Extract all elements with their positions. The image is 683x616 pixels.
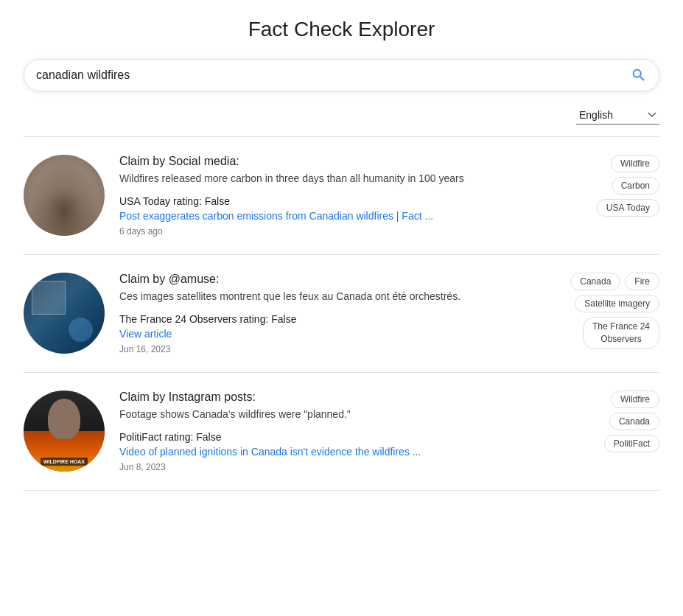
tag[interactable]: Satellite imagery [575, 295, 659, 312]
timestamp: Jun 16, 2023 [119, 344, 170, 354]
claim-by-label: Claim by Instagram posts: [119, 391, 256, 403]
article-link[interactable]: Video of planned ignitions in Canada isn… [119, 446, 542, 458]
rater-name: The France 24 Observers [119, 313, 237, 325]
result-thumbnail [24, 391, 105, 472]
tag[interactable]: The France 24Observers [583, 317, 659, 349]
result-content: Claim by Instagram posts: Footage shows … [119, 391, 542, 472]
tags-row-1: Canada Fire [570, 273, 659, 290]
claim-by: Claim by Social media: [119, 155, 542, 168]
rating-value: False [205, 195, 230, 207]
rater-name: PolitiFact [119, 431, 162, 443]
rating-value: False [196, 431, 221, 443]
page-title: Fact Check Explorer [24, 18, 659, 41]
tags-row-3: The France 24Observers [583, 317, 659, 349]
search-input[interactable] [36, 69, 631, 82]
tags-row-2: Carbon [612, 177, 659, 195]
result-thumbnail [24, 155, 105, 236]
claim-text: Wildfires released more carbon in three … [119, 171, 542, 186]
result-card: Claim by Instagram posts: Footage shows … [24, 373, 659, 491]
tag[interactable]: USA Today [597, 199, 659, 217]
claim-by: Claim by @amuse: [119, 273, 542, 286]
result-card: Claim by @amuse: Ces images satellites m… [24, 255, 659, 373]
tags-row-3: PolitiFact [604, 435, 659, 452]
search-icon [631, 67, 647, 83]
page-container: Fact Check Explorer English French Germa… [0, 0, 683, 508]
tags-row-1: Wildfire [611, 155, 659, 172]
rating-value: False [271, 313, 296, 325]
claim-by: Claim by Instagram posts: [119, 391, 542, 404]
tags-column: Wildfire Carbon USA Today [556, 155, 659, 217]
result-thumbnail [24, 273, 105, 354]
tags-row-2: Canada [609, 413, 659, 430]
tags-column: Canada Fire Satellite imagery The France… [556, 273, 659, 349]
rater-name: USA Today [119, 195, 170, 207]
article-link[interactable]: View article [119, 328, 542, 340]
tag[interactable]: PolitiFact [604, 435, 659, 452]
tag[interactable]: Canada [570, 273, 620, 290]
tag[interactable]: Wildfire [611, 155, 659, 172]
rating-row: PolitiFact rating: False [119, 431, 542, 443]
tag[interactable]: Canada [609, 413, 659, 430]
tag[interactable]: Wildfire [611, 391, 659, 408]
claim-text: Ces images satellites montrent que les f… [119, 289, 542, 304]
tag[interactable]: Fire [625, 273, 659, 290]
claim-text: Footage shows Canada's wildfires were "p… [119, 407, 542, 422]
timestamp: 6 days ago [119, 226, 163, 237]
result-content: Claim by @amuse: Ces images satellites m… [119, 273, 542, 354]
language-select[interactable]: English French German Spanish All langua… [576, 106, 659, 125]
language-filter-row: English French German Spanish All langua… [24, 106, 659, 125]
result-card: Claim by Social media: Wildfires release… [24, 137, 659, 255]
rating-row: USA Today rating: False [119, 195, 542, 207]
search-bar [24, 59, 659, 91]
rating-row: The France 24 Observers rating: False [119, 313, 542, 325]
tags-column: Wildfire Canada PolitiFact [556, 391, 659, 452]
tags-row-2: Satellite imagery [575, 295, 659, 312]
claim-by-label: Claim by @amuse: [119, 273, 219, 285]
tags-row-3: USA Today [597, 199, 659, 217]
timestamp: Jun 8, 2023 [119, 462, 166, 472]
article-link[interactable]: Post exaggerates carbon emissions from C… [119, 210, 542, 222]
search-button[interactable] [631, 67, 647, 83]
thumbnail-person [48, 399, 80, 439]
tag[interactable]: Carbon [612, 177, 659, 195]
tags-row-1: Wildfire [611, 391, 659, 408]
claim-by-label: Claim by Social media: [119, 155, 239, 167]
result-content: Claim by Social media: Wildfires release… [119, 155, 542, 237]
